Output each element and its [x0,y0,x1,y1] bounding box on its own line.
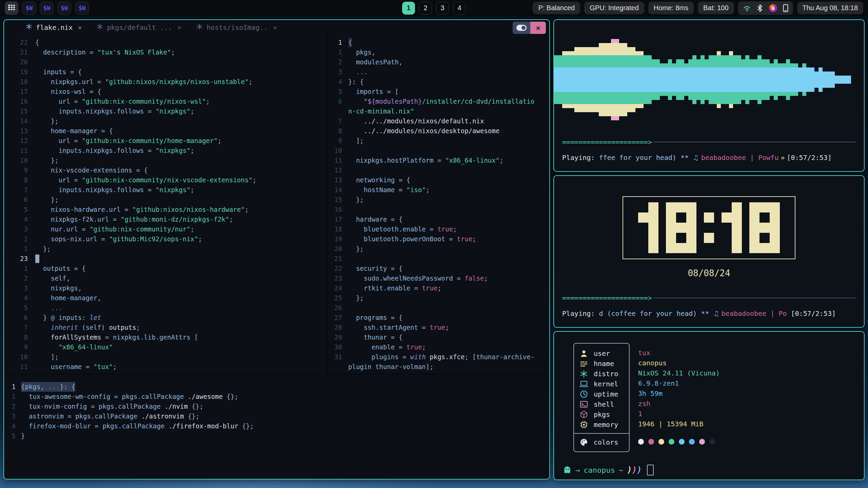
tag-3[interactable]: 3 [436,2,449,15]
code-line: 6 "${modulesPath}/installer/cd-dvd/insta… [327,97,549,106]
tab-close-icon[interactable]: × [273,23,277,32]
close-icon: × [536,24,540,32]
nix-flake-icon [196,23,203,30]
prompt-arrow: → [575,466,580,474]
tab-flake.nix[interactable]: flake.nix× [26,23,82,32]
bluetooth-icon[interactable] [756,4,763,12]
palette-dot [658,439,664,445]
tab-close-icon[interactable]: × [177,23,181,32]
status-pill[interactable]: P: Balanced [533,2,580,14]
workspace-button[interactable]: $W [40,1,54,15]
clock-pill[interactable]: Thu Aug 08, 18:18 [797,2,863,14]
phone-icon[interactable] [783,4,788,12]
code-pane-left[interactable]: 22{21 description = "tux's NixOS Flake";… [4,35,326,374]
tag-1[interactable]: 1 [402,2,415,15]
code-line: 1 tux-awesome-wm-config = pkgs.callPacka… [4,392,549,402]
fetch-row-colors: colors [574,437,629,447]
toggle-button[interactable] [513,22,530,34]
close-button[interactable]: × [530,22,546,34]
code-line: 7 inputs.nixpkgs.follows = "nixpkgs"; [4,185,326,195]
palette-dots [638,436,715,447]
status-pill[interactable]: Home: 8ms [648,2,694,14]
fetch-value-pkgs: 1 [638,409,720,419]
code-line: 18 bluetooth.enable = true; [327,224,549,234]
code-line: 25 }; [327,293,549,303]
code-line: 18 nixpkgs.url = "github:nixos/nixpkgs/n… [4,77,326,87]
code-line: 3 astronvim = pkgs.callPackage ./astronv… [4,411,549,421]
clock-digit [704,202,714,253]
code-line: 11 username = "tux"; [4,362,326,372]
code-line: 9 "x86_64-linux" [4,342,326,352]
fetch-label: memory [594,421,618,429]
code-line: 11 nixpkgs.hostPlatform = "x86_64-linux"… [327,156,549,165]
hostname-icon [579,360,588,368]
prompt-path: ~ [619,466,623,474]
code-line: 21 [327,254,549,264]
prompt-chevron-icon: ) [637,465,642,475]
desktop: $W$W$W$W 1234 P: BalancedGPU: Integrated… [0,0,868,488]
uptime-icon [579,390,588,398]
code-line: 8 url = "github:nix-community/nix-vscode… [4,175,326,185]
distro-icon [579,370,588,378]
workspace-buttons: $W$W$W$W [22,1,89,15]
fetch-row-distro: distro [574,369,629,379]
fetch-window[interactable]: userhnamedistrokerneluptimeshellpkgsmemo… [553,331,865,480]
code-line: 1 }; [4,244,326,254]
code-line: 4}: { [327,77,549,87]
code-line: 10 ]; [4,352,326,362]
code-line: 4 firefox-mod-blur = pkgs.callPackage ./… [4,421,549,431]
workspace-button[interactable]: $W [75,1,89,15]
file-segment[interactable]: flake.nix [47,479,113,480]
palette-dot [689,439,695,445]
palette-icon [579,438,588,446]
tab-pkgs-default-...[interactable]: pkgs/default ...× [97,23,181,32]
clock-digit [722,202,742,253]
user-icon [579,349,588,358]
fetch-divider [573,433,630,434]
tag-4[interactable]: 4 [453,2,466,15]
code-line: 1{pkgs, ...}: { [4,382,549,392]
code-line: 7 inherit (self) outputs; [4,323,326,332]
kernel-icon [579,380,588,388]
workspace-button[interactable]: $W [22,1,36,15]
tab-close-icon[interactable]: × [78,23,82,32]
shell-prompt[interactable]: → canopus ~ ))) [563,465,654,475]
fetch-row-user: user [574,348,629,359]
fetch-row-shell: shell [574,399,629,409]
code-line: 22{ [4,38,326,47]
prompt-chevron-icon: ) [632,465,637,475]
code-line: 19 bluetooth.powerOnBoot = true; [327,234,549,244]
status-pill[interactable]: Bat: 100 [698,2,734,14]
code-line: 20 [4,57,326,67]
clock-window[interactable]: 08/08/24 =====================> Playing:… [553,175,865,328]
code-line: 4 nixpkgs-f2k.url = "github:moni-dz/nixp… [4,215,326,224]
code-pane-right[interactable]: 1{1 pkgs,2 modulesPath,3 ...4}: {5 impor… [327,35,549,374]
status-group: P: BalancedGPU: IntegratedHome: 8msBat: … [533,1,863,15]
separator-icon: » [778,154,787,162]
code-line: 23 [4,254,326,264]
tag-2[interactable]: 2 [419,2,432,15]
network-icon[interactable] [743,4,751,12]
launcher-button[interactable] [5,1,18,15]
packages-icon [579,410,588,419]
mode-segment: NORMAL [4,479,52,480]
code-line: 3 ... [327,67,549,77]
workspace-button[interactable]: $W [58,1,71,15]
code-line: 12 url = "github:nix-community/home-mana… [4,136,326,146]
progress-ticks: =====================> [562,138,652,146]
fetch-values: tuxcanopusNixOS 24.11 (Vicuna)6.9.8-zen1… [638,348,720,429]
status-pill[interactable]: GPU: Integrated [584,2,644,14]
visualizer-window[interactable]: =====================> Playing: ffee for… [553,19,865,172]
code-line: 26 [327,303,549,313]
player1-nowplaying: Playing: ffee for your head) ** ♫ beabad… [562,154,856,162]
tab-hosts-isoImag..[interactable]: hosts/isoImag..× [196,23,277,32]
fire-icon[interactable] [769,4,777,13]
progress-rule [653,298,856,298]
code-line: 5 nixos-hardware.url = "github:nixos/nix… [4,205,326,215]
memory-icon [579,421,588,429]
fetch-label: distro [594,370,618,378]
code-pane-bottom[interactable]: 1{pkgs, ...}: {1 tux-awesome-wm-config =… [4,374,549,479]
code-line: n-cd-minimal.nix" [327,106,549,116]
code-line: 12 [327,165,549,175]
editor-window[interactable]: flake.nix×pkgs/default ...×hosts/isoImag… [3,19,550,480]
